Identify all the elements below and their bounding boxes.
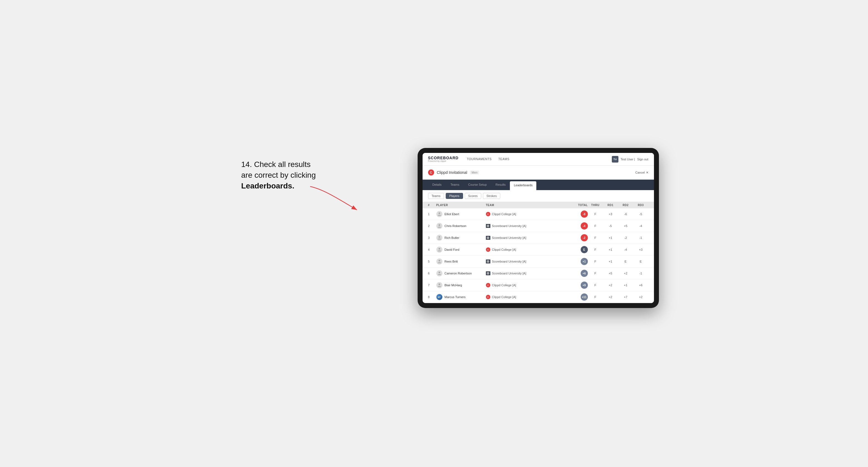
team-logo-clippd: C: [486, 212, 490, 216]
total-cell: -2: [568, 234, 588, 241]
player-name: Rees Britt: [444, 260, 458, 263]
logo-sub: Powered by clippd: [428, 160, 459, 162]
team-cell: Scoreboard University [A]: [486, 224, 568, 228]
team-name: Clippd College [A]: [492, 295, 516, 299]
rd1-cell: -5: [603, 224, 618, 227]
player-name: Cameron Robertson: [444, 272, 472, 275]
rd1-cell: +2: [603, 295, 618, 299]
tab-teams[interactable]: Teams: [446, 180, 464, 190]
col-header-rd3: RD3: [633, 204, 648, 207]
logo-title: SCOREBOARD: [428, 156, 459, 160]
team-cell: C Clippd College [A]: [486, 212, 568, 216]
cancel-button[interactable]: Cancel ✕: [635, 171, 648, 175]
rd2-cell: +7: [618, 295, 633, 299]
row-pos: 7: [428, 283, 436, 287]
rd1-cell: +5: [603, 272, 618, 275]
rd2-cell: -6: [618, 212, 633, 216]
row-pos: 2: [428, 224, 436, 227]
col-header-pos: #: [428, 204, 436, 207]
col-header-rd2: RD2: [618, 204, 633, 207]
filter-scores[interactable]: Scores: [465, 193, 481, 199]
team-logo-clippd: C: [486, 247, 490, 252]
player-name: Marcus Turners: [444, 295, 466, 299]
rd2-cell: -4: [618, 248, 633, 251]
outer-wrapper: 14. Check all results are correct by cli…: [241, 159, 627, 308]
rd1-cell: +2: [603, 283, 618, 287]
rd3-cell: +6: [633, 283, 648, 287]
rd2-cell: -2: [618, 236, 633, 240]
tournament-header: C Clippd Invitational Men Cancel ✕: [423, 165, 654, 180]
team-name: Scoreboard University [A]: [492, 272, 526, 275]
thru-cell: F: [588, 283, 603, 287]
filter-players[interactable]: Players: [446, 193, 463, 199]
col-header-team: TEAM: [486, 204, 568, 207]
filter-row: Teams Players Scores Strokes: [423, 190, 654, 202]
team-name: Clippd College [A]: [492, 212, 516, 216]
tablet-screen: SCOREBOARD Powered by clippd TOURNAMENTS…: [423, 153, 654, 303]
table-rows: 1 Elliot Ebert C Clippd College [A] -8 F…: [423, 208, 654, 303]
team-logo-scoreboard: [486, 259, 490, 263]
tournament-title-row: C Clippd Invitational Men: [428, 169, 479, 176]
rd1-cell: +1: [603, 260, 618, 263]
team-cell: Scoreboard University [A]: [486, 271, 568, 275]
player-cell: MT Marcus Turners: [436, 294, 486, 300]
total-badge: E: [581, 246, 588, 253]
rd1-cell: +1: [603, 236, 618, 240]
nav-teams[interactable]: TEAMS: [498, 153, 509, 165]
team-cell: C Clippd College [A]: [486, 283, 568, 287]
team-logo-clippd: C: [486, 283, 490, 287]
rd2-cell: +5: [618, 224, 633, 227]
total-cell: +1: [568, 258, 588, 265]
player-avatar: [436, 247, 442, 253]
team-cell: Scoreboard University [A]: [486, 236, 568, 240]
leaderboard-table: # PLAYER TEAM TOTAL THRU RD1 RD2 RD3 1 E…: [423, 202, 654, 303]
row-pos: 1: [428, 212, 436, 216]
user-avatar: TU: [612, 156, 618, 162]
tab-details[interactable]: Details: [428, 180, 446, 190]
rd3-cell: +2: [633, 295, 648, 299]
row-pos: 6: [428, 272, 436, 275]
rd3-cell: -4: [633, 224, 648, 227]
col-header-rd1: RD1: [603, 204, 618, 207]
col-header-player: PLAYER: [436, 204, 486, 207]
tournament-tag: Men: [470, 170, 479, 175]
table-row: 1 Elliot Ebert C Clippd College [A] -8 F…: [423, 208, 654, 220]
rd1-cell: +1: [603, 248, 618, 251]
table-row: 8 MT Marcus Turners C Clippd College [A]…: [423, 291, 654, 303]
table-row: 6 Cameron Robertson Scoreboard Universit…: [423, 268, 654, 279]
player-name: Blair McHarg: [444, 283, 462, 287]
total-cell: +11: [568, 293, 588, 301]
team-name: Scoreboard University [A]: [492, 236, 526, 240]
rd3-cell: -5: [633, 212, 648, 216]
rd3-cell: E: [633, 260, 648, 263]
tournament-name: Clippd Invitational: [437, 170, 467, 175]
total-badge: +9: [581, 282, 588, 289]
filter-teams[interactable]: Teams: [428, 193, 444, 199]
player-cell: David Ford: [436, 247, 486, 253]
row-pos: 4: [428, 248, 436, 251]
total-badge: -2: [581, 234, 588, 241]
nav-tournaments[interactable]: TOURNAMENTS: [467, 153, 492, 165]
close-icon: ✕: [646, 171, 648, 175]
player-avatar: [436, 223, 442, 229]
rd3-cell: +3: [633, 248, 648, 251]
player-avatar: MT: [436, 294, 442, 300]
player-avatar: [436, 211, 442, 217]
rd2-cell: +2: [618, 272, 633, 275]
table-row: 2 Chris Robertson Scoreboard University …: [423, 220, 654, 232]
sign-out-link[interactable]: Sign out: [637, 158, 648, 161]
thru-cell: F: [588, 272, 603, 275]
player-cell: Rees Britt: [436, 258, 486, 264]
svg-point-6: [438, 272, 440, 273]
tab-leaderboards[interactable]: Leaderboards: [510, 181, 536, 190]
total-badge: +6: [581, 270, 588, 277]
nav-bar: SCOREBOARD Powered by clippd TOURNAMENTS…: [423, 153, 654, 165]
thru-cell: F: [588, 260, 603, 263]
team-name: Clippd College [A]: [492, 248, 516, 251]
filter-strokes[interactable]: Strokes: [483, 193, 500, 199]
thru-cell: F: [588, 224, 603, 227]
tab-results[interactable]: Results: [491, 180, 510, 190]
team-logo-scoreboard: [486, 224, 490, 228]
tournament-logo: C: [428, 169, 434, 176]
tab-course-setup[interactable]: Course Setup: [464, 180, 491, 190]
